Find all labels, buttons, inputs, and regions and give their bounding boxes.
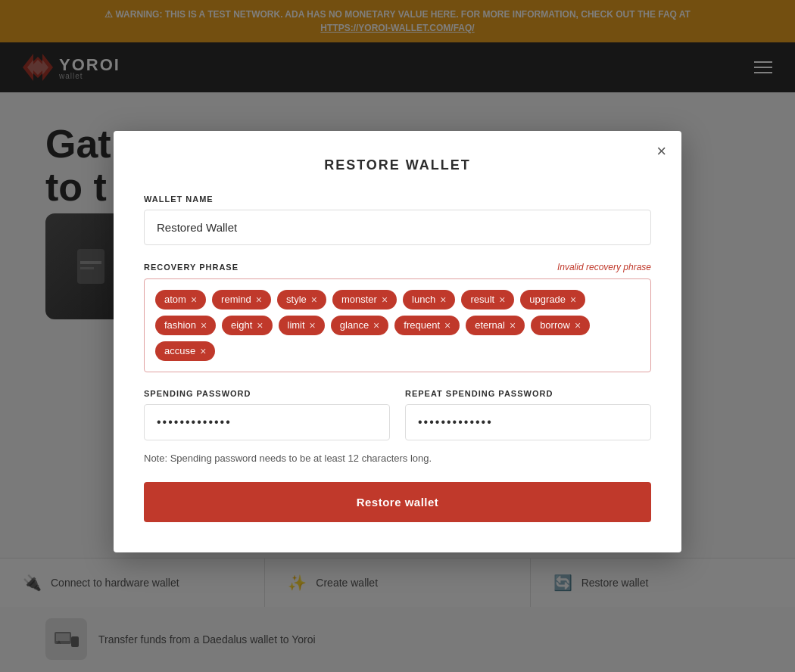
phrase-tag[interactable]: glance × <box>331 316 389 335</box>
phrase-tag-remove[interactable]: × <box>191 294 197 306</box>
phrase-tag-label: atom <box>164 294 186 305</box>
phrase-tag-remove[interactable]: × <box>200 345 206 357</box>
phrase-tag-remove[interactable]: × <box>310 319 316 331</box>
phrase-tag-remove[interactable]: × <box>311 294 317 306</box>
wallet-name-label: WALLET NAME <box>144 194 651 204</box>
wallet-name-input[interactable] <box>144 210 651 245</box>
phrase-tag[interactable]: eternal × <box>466 316 525 335</box>
phrase-tag-label: borrow <box>540 319 570 331</box>
phrase-tag-label: monster <box>341 294 377 305</box>
phrase-tag[interactable]: atom × <box>155 290 206 310</box>
phrase-tag-remove[interactable]: × <box>575 319 581 331</box>
phrase-tag-remove[interactable]: × <box>382 294 388 306</box>
phrase-tag-label: fashion <box>164 319 196 331</box>
phrase-tag[interactable]: accuse × <box>155 341 215 361</box>
recovery-phrase-area[interactable]: atom ×remind ×style ×monster ×lunch ×res… <box>144 278 651 372</box>
phrase-tag-remove[interactable]: × <box>256 294 262 306</box>
phrase-tag[interactable]: style × <box>277 290 326 310</box>
recovery-error-text: Invalid recovery phrase <box>557 262 651 272</box>
phrase-tag-label: eight <box>231 319 252 331</box>
repeat-password-input[interactable] <box>405 404 651 440</box>
phrase-tag-label: remind <box>221 294 251 305</box>
phrase-tag-label: frequent <box>404 319 440 331</box>
phrase-tag-remove[interactable]: × <box>440 294 446 306</box>
phrase-tag-remove[interactable]: × <box>201 319 207 331</box>
repeat-password-group: REPEAT SPENDING PASSWORD <box>405 389 651 440</box>
phrase-tag-label: style <box>286 294 307 305</box>
repeat-password-label: REPEAT SPENDING PASSWORD <box>405 389 651 398</box>
phrase-tag-label: result <box>470 294 494 305</box>
phrase-tag-label: limit <box>288 319 305 331</box>
phrase-tag[interactable]: frequent × <box>394 316 460 335</box>
password-note: Note: Spending password needs to be at l… <box>144 453 651 464</box>
phrase-tag[interactable]: eight × <box>222 316 272 335</box>
recovery-label-row: RECOVERY PHRASE Invalid recovery phrase <box>144 262 651 272</box>
modal-title: RESTORE WALLET <box>144 157 651 173</box>
phrase-tag-label: accuse <box>164 345 195 356</box>
phrase-tag-remove[interactable]: × <box>444 319 450 331</box>
password-row: SPENDING PASSWORD REPEAT SPENDING PASSWO… <box>144 389 651 440</box>
restore-wallet-modal: RESTORE WALLET × WALLET NAME RECOVERY PH… <box>114 131 681 552</box>
phrase-tag[interactable]: lunch × <box>403 290 455 310</box>
phrase-tag-remove[interactable]: × <box>257 319 263 331</box>
phrase-tag-remove[interactable]: × <box>570 294 576 306</box>
phrase-tag[interactable]: limit × <box>279 316 325 335</box>
phrase-tag-label: eternal <box>475 319 505 331</box>
phrase-tag[interactable]: upgrade × <box>520 290 585 310</box>
phrase-tag-label: lunch <box>412 294 435 305</box>
phrase-tag[interactable]: monster × <box>332 290 397 310</box>
phrase-tag-label: upgrade <box>529 294 566 305</box>
modal-overlay: RESTORE WALLET × WALLET NAME RECOVERY PH… <box>0 0 795 672</box>
phrase-tag[interactable]: remind × <box>212 290 271 310</box>
phrase-tag-remove[interactable]: × <box>510 319 516 331</box>
phrase-tag[interactable]: fashion × <box>155 316 216 335</box>
modal-close-button[interactable]: × <box>656 143 666 160</box>
phrase-tag-remove[interactable]: × <box>373 319 379 331</box>
recovery-phrase-label: RECOVERY PHRASE <box>144 263 238 272</box>
spending-password-group: SPENDING PASSWORD <box>144 389 390 440</box>
phrase-tag-remove[interactable]: × <box>499 294 505 306</box>
phrase-tag[interactable]: borrow × <box>531 316 590 335</box>
spending-password-input[interactable] <box>144 404 390 440</box>
phrase-tag-label: glance <box>340 319 369 331</box>
restore-wallet-button[interactable]: Restore wallet <box>144 482 651 522</box>
spending-password-label: SPENDING PASSWORD <box>144 389 390 398</box>
phrase-tag[interactable]: result × <box>461 290 514 310</box>
